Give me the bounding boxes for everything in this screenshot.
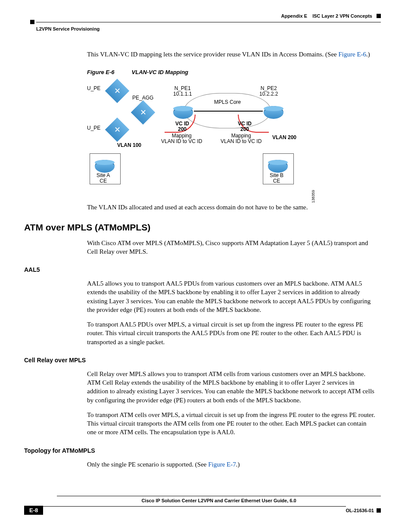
- site-b-label: Site BCE: [270, 173, 283, 184]
- heading-aal5: AAL5: [24, 266, 376, 273]
- intro-paragraph: This VLAN-VC ID mapping lets the service…: [87, 50, 376, 59]
- vc-id-label: VC ID200: [238, 121, 252, 132]
- header-marker: [30, 20, 34, 24]
- footer-doc-id: OL-21636-01: [346, 508, 381, 513]
- cellrelay-p1: Cell Relay over MPLS allows you to trans…: [87, 370, 376, 404]
- vlan-200-label: VLAN 200: [272, 135, 296, 140]
- atmompls-p1: With Cisco ATM over MPLS (ATMoMPLS), Cis…: [87, 239, 376, 256]
- topology-text-end: .): [236, 461, 240, 468]
- u-pe-label: U_PE: [87, 86, 100, 91]
- figure-e7-link[interactable]: Figure E-7: [208, 461, 236, 468]
- figure-id: 138359: [311, 190, 315, 203]
- page-footer: Cisco IP Solution Center L2VPN and Carri…: [0, 496, 411, 515]
- page-header: Appendix E ISC Layer 2 VPN Concepts: [0, 0, 411, 20]
- cellrelay-p2: To transport ATM cells over MPLS, a virt…: [87, 411, 376, 437]
- page-number-badge: E-8: [24, 506, 43, 515]
- core-arrow: [194, 111, 263, 112]
- n-pe1-label: N_PE110.1.1.1: [173, 86, 192, 97]
- switch-icon: ✕: [105, 79, 130, 103]
- mapping-label: MappingVLAN ID to VC ID: [221, 133, 262, 144]
- intro-text-end: .): [366, 51, 370, 58]
- figure-caption: Figure E-6VLAN-VC ID Mapping: [87, 69, 376, 75]
- vlan-100-label: VLAN 100: [117, 143, 141, 148]
- figure-e6-link[interactable]: Figure E-6: [339, 51, 367, 58]
- intro-text: This VLAN-VC ID mapping lets the service…: [87, 51, 339, 58]
- appendix-num: Appendix E: [281, 13, 307, 19]
- mapping-label: MappingVLAN ID to VC ID: [161, 133, 202, 144]
- mpls-core-label: MPLS Core: [214, 100, 241, 105]
- switch-icon: ✕: [131, 100, 156, 125]
- figure-title: VLAN-VC ID Mapping: [132, 69, 188, 75]
- n-pe2-label: N_PE210.2.2.2: [259, 86, 278, 97]
- heading-cell-relay: Cell Relay over MPLS: [24, 357, 376, 364]
- site-a-label: Site ACE: [97, 173, 110, 184]
- figure-note: The VLAN IDs allocated and used at each …: [87, 203, 376, 212]
- header-appendix: Appendix E ISC Layer 2 VPN Concepts: [281, 14, 381, 18]
- topology-p1: Only the single PE scenario is supported…: [87, 460, 376, 469]
- aal5-p2: To transport AAL5 PDUs over MPLS, a virt…: [87, 320, 376, 346]
- heading-topology: Topology for ATMoMPLS: [24, 447, 376, 454]
- header-section: L2VPN Service Provisioning: [30, 27, 100, 31]
- figure-number: Figure E-6: [87, 69, 115, 75]
- page-content: This VLAN-VC ID mapping lets the service…: [0, 33, 411, 469]
- pe-agg-label: PE_AGG: [132, 95, 153, 101]
- u-pe-label: U_PE: [87, 125, 100, 131]
- aal5-p1: AAL5 allows you to transport AAL5 PDUs f…: [87, 279, 376, 314]
- appendix-title: ISC Layer 2 VPN Concepts: [312, 13, 372, 19]
- footer-book-title: Cisco IP Solution Center L2VPN and Carri…: [57, 498, 381, 503]
- switch-icon: ✕: [105, 118, 130, 142]
- figure-e6-diagram: MPLS Core ✕ ✕ ✕ U_PE U_PE PE_AGG N_PE110…: [87, 78, 311, 190]
- vc-id-label: VC ID200: [175, 121, 189, 132]
- topology-text: Only the single PE scenario is supported…: [87, 461, 208, 468]
- heading-atmompls: ATM over MPLS (ATMoMPLS): [24, 222, 376, 233]
